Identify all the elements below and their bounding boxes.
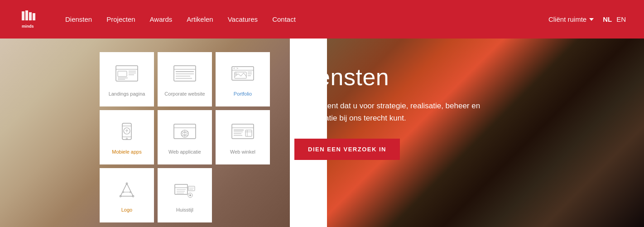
mobile-apps-icon <box>114 120 139 145</box>
card-web-applicatie[interactable]: Web applicatie <box>158 110 212 164</box>
chevron-down-icon <box>589 18 594 21</box>
svg-text:<: < <box>233 67 235 70</box>
lang-en-button[interactable]: EN <box>616 15 626 23</box>
logo-area[interactable]: minds <box>18 9 43 30</box>
card-label-landings: Landings pagina <box>109 91 145 97</box>
nav-diensten[interactable]: Diensten <box>65 15 92 23</box>
svg-point-31 <box>126 138 128 140</box>
language-switcher: NL EN <box>603 15 626 23</box>
service-cards-grid: Landings pagina Corporate website <box>100 52 270 222</box>
client-ruimte-dropdown[interactable]: Cliënt ruimte <box>548 15 594 23</box>
main-header: minds Diensten Projecten Awards Artikele… <box>0 0 644 39</box>
landing-page-icon <box>114 62 139 87</box>
nav-artikelen[interactable]: Artikelen <box>187 15 213 23</box>
card-huisstijl[interactable]: Huisstijl <box>158 168 212 222</box>
card-label-mobiele: Mobiele apps <box>112 149 141 155</box>
diensten-text-section: Diensten Dat betekent dat u voor strateg… <box>294 63 521 160</box>
main-nav: Diensten Projecten Awards Artikelen Vaca… <box>65 15 548 23</box>
svg-text:minds: minds <box>22 24 34 29</box>
card-label-portfolio: Portfolio <box>234 91 252 97</box>
nav-projecten[interactable]: Projecten <box>106 15 135 23</box>
nav-awards[interactable]: Awards <box>150 15 173 23</box>
card-label-logo: Logo <box>121 207 132 213</box>
web-shop-icon <box>230 120 255 145</box>
logo-icon-card <box>114 178 139 203</box>
nav-contact[interactable]: Contact <box>272 15 296 23</box>
card-label-huisstijl: Huisstijl <box>176 207 193 213</box>
svg-rect-1 <box>25 10 28 20</box>
web-app-icon <box>172 120 197 145</box>
card-label-corporate: Corporate website <box>164 91 205 97</box>
card-label-web-app: Web applicatie <box>168 149 201 155</box>
nav-vacatures[interactable]: Vacatures <box>228 15 258 23</box>
card-mobiele-apps[interactable]: Mobiele apps <box>100 110 154 164</box>
card-logo[interactable]: Logo <box>100 168 154 222</box>
svg-text:>: > <box>236 67 238 70</box>
card-label-web-winkel: Web winkel <box>230 149 255 155</box>
header-right: Cliënt ruimte NL EN <box>548 15 626 23</box>
svg-marker-49 <box>120 184 133 196</box>
svg-rect-61 <box>188 186 195 191</box>
cta-verzoek-button[interactable]: DIEN EEN VERZOEK IN <box>294 139 400 160</box>
card-corporate-website[interactable]: Corporate website <box>158 52 212 106</box>
card-landings-pagina[interactable]: Landings pagina <box>100 52 154 106</box>
diensten-description: Dat betekent dat u voor strategie, reali… <box>294 100 489 124</box>
portfolio-icon: < > <box>230 62 255 87</box>
minds-logo-icon: minds <box>18 9 40 30</box>
card-web-winkel[interactable]: Web winkel <box>216 110 270 164</box>
svg-rect-13 <box>174 66 196 81</box>
corporate-website-icon <box>172 62 197 87</box>
house-style-icon <box>172 178 197 203</box>
lang-nl-button[interactable]: NL <box>603 15 612 23</box>
svg-point-65 <box>189 194 191 196</box>
hero-section: Landings pagina Corporate website <box>0 39 644 227</box>
svg-rect-7 <box>118 71 127 77</box>
client-ruimte-label: Cliënt ruimte <box>548 15 586 23</box>
card-portfolio[interactable]: < > Portfolio <box>216 52 270 106</box>
svg-rect-3 <box>33 13 35 20</box>
page-title: Diensten <box>294 63 521 91</box>
svg-point-24 <box>235 73 237 75</box>
svg-rect-46 <box>245 130 252 136</box>
svg-rect-0 <box>22 11 24 20</box>
svg-rect-2 <box>29 12 32 20</box>
